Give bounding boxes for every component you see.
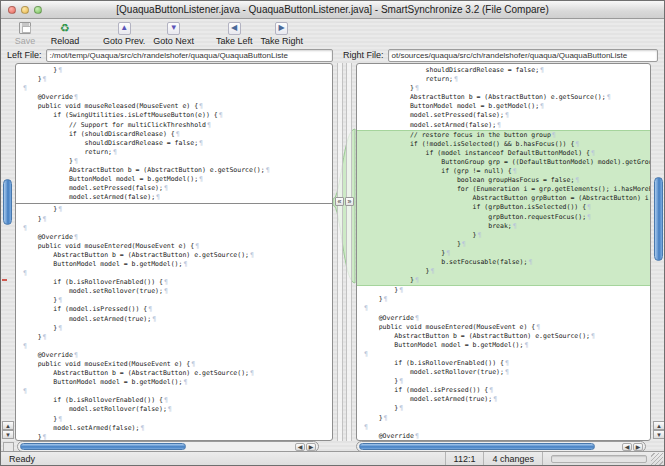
- scroll-down-button[interactable]: ▼: [653, 430, 665, 439]
- code-line: }¶: [357, 404, 650, 413]
- code-line: }¶: [357, 267, 650, 276]
- code-line: AbstractButton b = (AbstractButton) e.ge…: [357, 332, 650, 341]
- code-line: AbstractButton b = (AbstractButton) e.ge…: [357, 93, 650, 102]
- scroll-left-button[interactable]: ◀: [295, 443, 305, 451]
- newline-mark: ¶: [364, 350, 368, 358]
- newline-mark: ¶: [156, 193, 160, 201]
- newline-mark: ¶: [207, 121, 211, 129]
- code-line: @Override¶: [16, 351, 332, 360]
- resize-grip[interactable]: [651, 453, 663, 465]
- take-left-button[interactable]: ◀ Take Left: [212, 20, 257, 47]
- newline-mark: ¶: [219, 111, 223, 119]
- left-code-pane[interactable]: }¶ }¶¶ @Override¶ public void mouseRelea…: [15, 63, 333, 441]
- newline-mark: ¶: [183, 260, 187, 268]
- left-file-path-field[interactable]: :/mot/temp/Quaqua/src/ch/randelshofer/qu…: [46, 49, 333, 62]
- newline-mark: ¶: [164, 287, 168, 295]
- newline-mark: ¶: [43, 215, 47, 223]
- window-title: [QuaquaButtonListener.java - QuaquaButto…: [41, 4, 624, 15]
- newline-mark: ¶: [575, 176, 579, 184]
- newline-mark: ¶: [384, 414, 388, 422]
- scroll-right-button[interactable]: ▶: [633, 443, 643, 451]
- left-horizontal-scrollbar-thumb[interactable]: [20, 443, 186, 450]
- goto-next-icon: ▼: [167, 22, 180, 35]
- left-change-strip: [337, 63, 343, 441]
- code-line: boolean groupHasFocus = false;¶: [357, 176, 650, 185]
- code-line: }¶: [357, 286, 650, 295]
- goto-previous-icon: ▲: [118, 22, 131, 35]
- take-left-icon: ◀: [228, 22, 241, 35]
- code-line: shouldDiscardRelease = false;¶: [16, 139, 332, 148]
- right-change-strip: [346, 63, 352, 441]
- code-line: break;¶: [357, 222, 650, 231]
- take-change-left-button[interactable]: «: [335, 197, 344, 206]
- newline-mark: ¶: [43, 75, 47, 83]
- newline-mark: ¶: [43, 433, 47, 441]
- scroll-up-button[interactable]: ▲: [2, 421, 14, 430]
- code-line: }¶: [16, 296, 332, 305]
- goto-previous-button[interactable]: ▲ Goto Prev.: [99, 20, 149, 47]
- newline-mark: ¶: [587, 213, 591, 221]
- newline-mark: ¶: [168, 405, 172, 413]
- code-line: }¶: [16, 66, 332, 75]
- scroll-left-button[interactable]: ◀: [622, 443, 632, 451]
- code-line: if (grpButton.isSelected()) {¶: [357, 203, 650, 212]
- code-line: ButtonModel model = b.getModel();¶: [357, 102, 650, 111]
- newline-mark: ¶: [176, 130, 180, 138]
- code-line: public void mouseReleased(MouseEvent e) …: [16, 102, 332, 111]
- reload-button[interactable]: ♻ Reload: [45, 20, 85, 47]
- scroll-down-button[interactable]: ▼: [2, 430, 14, 439]
- newline-mark: ¶: [140, 424, 144, 432]
- code-line: model.setRollover(true);¶: [16, 287, 332, 296]
- code-line: ButtonModel model = b.getModel();¶: [16, 260, 332, 269]
- right-vertical-scrollbar[interactable]: ▲ ▼: [652, 63, 665, 441]
- close-button[interactable]: [8, 6, 16, 14]
- code-line: if (!model.isSelected() && b.hasFocus())…: [357, 140, 650, 149]
- code-line: }¶: [357, 377, 650, 386]
- right-file-path-field[interactable]: ot/sources/quaqua/src/ch/randelshofer/qu…: [388, 49, 658, 62]
- code-line: ButtonModel model = b.getModel();¶: [357, 341, 650, 350]
- change-marker-tick: [2, 279, 7, 281]
- code-line: if (b.isRolloverEnabled()) {¶: [16, 396, 332, 405]
- code-line: // restore focus in the button group¶: [357, 130, 650, 140]
- code-line: if (b.isRolloverEnabled()) {¶: [16, 278, 332, 287]
- newline-mark: ¶: [199, 175, 203, 183]
- right-vertical-scrollbar-thumb[interactable]: [654, 177, 663, 261]
- scroll-right-button[interactable]: ▶: [306, 443, 316, 451]
- newline-mark: ¶: [152, 315, 156, 323]
- newline-mark: ¶: [552, 131, 556, 139]
- save-button[interactable]: Save: [5, 20, 45, 47]
- take-right-icon: ▶: [275, 22, 288, 35]
- code-line: }¶: [357, 276, 650, 286]
- newline-mark: ¶: [74, 93, 78, 101]
- window-controls: [8, 6, 42, 14]
- newline-mark: ¶: [183, 378, 187, 386]
- change-count: 4 changes: [483, 452, 542, 465]
- code-line: public void mouseExited(MouseEvent e) {¶: [16, 360, 332, 369]
- newline-mark: ¶: [493, 395, 497, 403]
- code-line: public void mouseEntered(MouseEvent e) {…: [16, 242, 332, 251]
- take-right-button[interactable]: ▶ Take Right: [256, 20, 307, 47]
- right-code-pane[interactable]: shouldDiscardRelease = false;¶ return;¶ …: [356, 63, 651, 441]
- code-line: model.setPressed(false);¶: [357, 111, 650, 120]
- right-file-label: Right File:: [343, 50, 384, 60]
- code-line: }¶: [16, 205, 332, 214]
- newline-mark: ¶: [164, 396, 168, 404]
- newline-mark: ¶: [478, 231, 482, 239]
- minimize-button[interactable]: [21, 6, 29, 14]
- take-change-right-button[interactable]: »: [345, 197, 354, 206]
- newline-mark: ¶: [58, 205, 62, 213]
- goto-next-button[interactable]: ▼ Goto Next: [149, 20, 198, 47]
- scroll-up-button[interactable]: ▲: [653, 421, 665, 430]
- right-horizontal-scrollbar-thumb[interactable]: [359, 443, 595, 450]
- compare-area: ▲ ▼ }¶ }¶¶ @Override¶ public void mouseR…: [1, 63, 665, 441]
- code-line: }¶: [357, 249, 650, 258]
- code-line: if (grp != null) {¶: [357, 167, 650, 176]
- app-window: [QuaquaButtonListener.java - QuaquaButto…: [0, 0, 665, 466]
- left-vertical-scrollbar-thumb[interactable]: [3, 179, 12, 225]
- code-line: ButtonGroup grp = ((DefaultButtonModel) …: [357, 158, 650, 167]
- code-line: ¶: [357, 350, 650, 359]
- newline-mark: ¶: [513, 167, 517, 175]
- code-line: public void mouseEntered(MouseEvent e) {…: [357, 323, 650, 332]
- code-line: }¶: [16, 157, 332, 166]
- left-vertical-scrollbar[interactable]: ▲ ▼: [1, 63, 15, 441]
